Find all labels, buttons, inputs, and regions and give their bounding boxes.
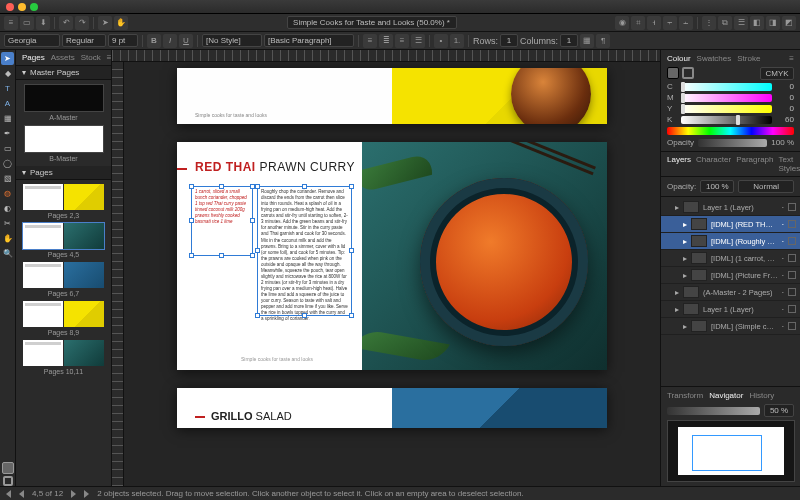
para-style-field[interactable]: [Basic Paragraph] (264, 34, 354, 47)
c-slider[interactable] (681, 83, 772, 91)
zoom-slider[interactable] (667, 407, 760, 415)
panel-menu-icon[interactable]: ≡ (789, 54, 794, 63)
vector-crop-tool-icon[interactable]: ✂ (1, 217, 14, 230)
layer-row[interactable]: ▸[IDML] (Picture Frame)· (661, 267, 800, 284)
navigator-thumb[interactable] (667, 420, 795, 482)
master-pages-header[interactable]: ▾ Master Pages (16, 66, 111, 80)
redo-icon[interactable]: ↷ (75, 16, 89, 30)
stroke-swatch[interactable] (682, 67, 694, 79)
ruler-vertical[interactable] (112, 62, 124, 486)
tab-character[interactable]: Character (696, 155, 731, 173)
panel-options-icon[interactable]: ≡ (107, 53, 112, 62)
lock-icon[interactable]: · (782, 288, 784, 297)
rows-field[interactable]: 1 (500, 34, 518, 47)
visibility-toggle[interactable] (788, 322, 796, 330)
spread-top[interactable]: Simple cooks for taste and looks (177, 68, 607, 124)
tab-text-styles[interactable]: Text Styles (779, 155, 801, 173)
align-text-left-icon[interactable]: ≡ (363, 34, 377, 48)
align-left-icon[interactable]: ⫞ (647, 16, 661, 30)
pan-tool-icon[interactable]: ✋ (1, 232, 14, 245)
spread-8-9[interactable]: Pages 8,9 (22, 301, 105, 336)
insert-table-icon[interactable]: ▦ (580, 34, 594, 48)
pen-tool-icon[interactable]: ✒ (1, 127, 14, 140)
tab-layers[interactable]: Layers (667, 155, 691, 173)
lock-icon[interactable]: · (782, 322, 784, 331)
lock-icon[interactable]: · (782, 305, 784, 314)
preview-icon[interactable]: ◉ (615, 16, 629, 30)
arrange-icon[interactable]: ☰ (734, 16, 748, 30)
transparency-tool-icon[interactable]: ◐ (1, 202, 14, 215)
align-text-justify-icon[interactable]: ☰ (411, 34, 425, 48)
spread-10-11[interactable]: Pages 10,11 (22, 340, 105, 375)
minimize-window-icon[interactable] (18, 3, 26, 11)
spread-main[interactable]: RED THAI PRAWN CURRY 1 carrot, sliced a … (177, 142, 607, 370)
persona-designer-icon[interactable]: ◨ (766, 16, 780, 30)
distribute-icon[interactable]: ⋮ (702, 16, 716, 30)
opacity-slider[interactable] (698, 139, 767, 147)
zoom-tool-icon[interactable]: 🔍 (1, 247, 14, 260)
visibility-toggle[interactable] (788, 203, 796, 211)
layer-row[interactable]: ▸[IDML] (RED THAI PRAWN C· (661, 216, 800, 233)
rectangle-tool-icon[interactable]: ▭ (1, 142, 14, 155)
layer-row[interactable]: ▸Layer 1 (Layer)· (661, 199, 800, 216)
italic-icon[interactable]: I (163, 34, 177, 48)
visibility-toggle[interactable] (788, 288, 796, 296)
hue-strip[interactable] (667, 127, 794, 135)
stroke-swatch-icon[interactable] (3, 476, 13, 486)
tab-paragraph[interactable]: Paragraph (736, 155, 773, 173)
pages-header[interactable]: ▾ Pages (16, 166, 111, 180)
zoom-window-icon[interactable] (30, 3, 38, 11)
align-text-center-icon[interactable]: ≣ (379, 34, 393, 48)
tab-stroke[interactable]: Stroke (737, 54, 760, 63)
layer-row[interactable]: ▸[IDML] (Roughly chop the c· (661, 233, 800, 250)
char-style-field[interactable]: [No Style] (202, 34, 262, 47)
layer-row[interactable]: ▸(A-Master - 2 Pages)· (661, 284, 800, 301)
layer-row[interactable]: ▸[IDML] (1 carrot, sliced ▸· (661, 250, 800, 267)
spread-4-5[interactable]: Pages 4,5 (22, 223, 105, 258)
spread-bottom[interactable]: GRILLO SALAD (177, 388, 607, 428)
bold-icon[interactable]: B (147, 34, 161, 48)
lock-icon[interactable]: · (782, 237, 784, 246)
y-slider[interactable] (681, 105, 772, 113)
lock-icon[interactable]: · (782, 254, 784, 263)
list-number-icon[interactable]: 1. (450, 34, 464, 48)
text-tool-icon[interactable]: T (1, 82, 14, 95)
visibility-toggle[interactable] (788, 271, 796, 279)
font-family-field[interactable]: Georgia (4, 34, 60, 47)
font-size-field[interactable]: 9 pt (108, 34, 138, 47)
layer-row[interactable]: ▸Layer 1 (Layer)· (661, 301, 800, 318)
first-page-icon[interactable] (6, 490, 11, 498)
undo-icon[interactable]: ↶ (59, 16, 73, 30)
k-slider[interactable] (681, 116, 772, 124)
hand-icon[interactable]: ✋ (114, 16, 128, 30)
blend-mode-field[interactable]: Normal (738, 180, 794, 193)
tab-history[interactable]: History (749, 391, 774, 400)
text-frame-ingredients[interactable]: 1 carrot, sliced a small bunch coriander… (191, 186, 253, 256)
prev-page-icon[interactable] (19, 490, 24, 498)
tab-pages[interactable]: Pages (22, 53, 45, 62)
tab-navigator[interactable]: Navigator (709, 391, 743, 400)
snap-icon[interactable]: ⌗ (631, 16, 645, 30)
open-icon[interactable]: ▭ (20, 16, 34, 30)
pointer-icon[interactable]: ➤ (98, 16, 112, 30)
last-page-icon[interactable] (84, 490, 89, 498)
persona-photo-icon[interactable]: ◩ (782, 16, 796, 30)
spread-2-3[interactable]: Pages 2,3 (22, 184, 105, 219)
cols-field[interactable]: 1 (560, 34, 578, 47)
tab-transform[interactable]: Transform (667, 391, 703, 400)
layer-opacity-field[interactable]: 100 % (700, 180, 734, 193)
visibility-toggle[interactable] (788, 254, 796, 262)
artistic-text-tool-icon[interactable]: A (1, 97, 14, 110)
visibility-toggle[interactable] (788, 237, 796, 245)
master-b[interactable]: B-Master (22, 125, 105, 162)
fill-tool-icon[interactable]: ◍ (1, 187, 14, 200)
colour-mode-field[interactable]: CMYK (760, 67, 794, 80)
file-menu-icon[interactable]: ≡ (4, 16, 18, 30)
lock-icon[interactable]: · (782, 220, 784, 229)
save-icon[interactable]: ⬇ (36, 16, 50, 30)
persona-publisher-icon[interactable]: ◧ (750, 16, 764, 30)
zoom-field[interactable]: 50 % (764, 404, 794, 417)
picture-frame-tool-icon[interactable]: ▧ (1, 172, 14, 185)
document-title[interactable]: Simple Cooks for Taste and Looks (50.0%)… (287, 16, 457, 29)
visibility-toggle[interactable] (788, 305, 796, 313)
